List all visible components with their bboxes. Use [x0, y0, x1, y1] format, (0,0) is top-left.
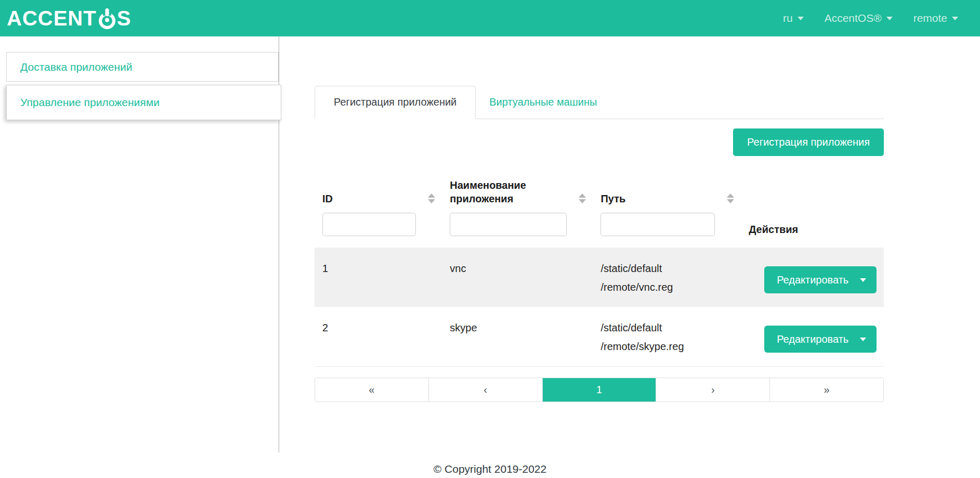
column-header-actions: Действия [741, 156, 884, 248]
cell-app-name: vnc [442, 248, 593, 307]
brand-logo-text-suffix: S [117, 7, 132, 30]
cell-actions: Редактировать [741, 307, 884, 367]
chevron-down-icon [860, 338, 866, 341]
column-header-id: ID [315, 156, 442, 248]
user-dropdown-label: remote [913, 12, 947, 24]
column-header-app-name: Наименование приложения [442, 156, 593, 248]
product-dropdown[interactable]: AccentOS® [825, 12, 893, 24]
sort-desc-icon [579, 199, 586, 203]
chevron-down-icon [952, 17, 958, 20]
top-menus: ru AccentOS® remote [783, 12, 958, 24]
copyright-footer: © Copyright 2019-2022 [0, 463, 980, 475]
brand-logo-text-prefix: ACCENT [7, 7, 97, 30]
app-name-filter-input[interactable] [450, 213, 567, 236]
column-header-path: Путь [593, 156, 741, 248]
edit-dropdown-button[interactable]: Редактировать [764, 326, 877, 353]
pagination: « ‹ 1 › » [315, 378, 884, 402]
main-content: Регистрация приложений Виртуальные машин… [315, 86, 884, 402]
cell-path: /static/default /remote/vnc.reg [593, 248, 741, 307]
column-header-app-name-label: Наименование приложения [450, 178, 572, 205]
cell-app-name: skype [442, 307, 593, 367]
chevron-down-icon [798, 17, 804, 20]
product-dropdown-label: AccentOS® [825, 12, 882, 24]
language-dropdown[interactable]: ru [783, 12, 804, 24]
cell-actions: Редактировать [741, 248, 884, 307]
cell-id: 2 [315, 307, 442, 367]
path-line: /static/default [600, 262, 733, 275]
column-header-path-label: Путь [600, 192, 720, 205]
sort-toggle-icon[interactable] [727, 193, 734, 203]
pagination-page-1-button[interactable]: 1 [542, 378, 656, 402]
sidebar-item-app-management[interactable]: Управление приложениями [6, 85, 281, 120]
sort-asc-icon [727, 193, 734, 198]
chevron-down-icon [886, 17, 893, 20]
table-row: 1 vnc /static/default /remote/vnc.reg Ре… [315, 248, 884, 307]
table-row: 2 skype /static/default /remote/skype.re… [315, 307, 884, 367]
power-icon [98, 8, 116, 30]
user-dropdown[interactable]: remote [913, 12, 958, 24]
tab-app-registration[interactable]: Регистрация приложений [315, 86, 476, 119]
sidebar-item-label: Управление приложениями [20, 96, 160, 109]
column-header-actions-label: Действия [749, 223, 863, 236]
cell-id: 1 [315, 248, 442, 307]
applications-table: ID Наименование приложения [315, 156, 884, 367]
column-header-id-label: ID [322, 192, 421, 205]
pagination-prev-button[interactable]: ‹ [428, 378, 542, 402]
sort-asc-icon [428, 193, 435, 198]
pagination-next-button[interactable]: › [656, 378, 769, 402]
path-line: /remote/vnc.reg [600, 280, 733, 294]
table-toolbar: Регистрация приложения [315, 128, 884, 156]
sort-toggle-icon[interactable] [579, 193, 586, 203]
tab-virtual-machines[interactable]: Виртуальные машины [476, 86, 610, 119]
language-dropdown-label: ru [783, 12, 793, 24]
sort-desc-icon [428, 199, 435, 203]
register-application-button[interactable]: Регистрация приложения [733, 128, 884, 156]
cell-path: /static/default /remote/skype.reg [593, 307, 741, 367]
chevron-down-icon [860, 278, 866, 282]
tab-bar: Регистрация приложений Виртуальные машин… [315, 86, 884, 119]
sort-toggle-icon[interactable] [428, 193, 435, 203]
path-filter-input[interactable] [600, 213, 715, 236]
id-filter-input[interactable] [322, 213, 416, 236]
sort-asc-icon [579, 193, 586, 198]
pagination-last-button[interactable]: » [769, 378, 883, 402]
path-line: /static/default [600, 321, 733, 334]
path-line: /remote/skype.reg [600, 340, 733, 353]
edit-dropdown-button[interactable]: Редактировать [764, 266, 877, 293]
sort-desc-icon [727, 199, 734, 203]
table-header-row: ID Наименование приложения [315, 156, 884, 248]
sidebar-item-app-delivery[interactable]: Доставка приложений [6, 52, 279, 82]
edit-button-label: Редактировать [777, 333, 848, 345]
brand-logo[interactable]: ACCENT S [7, 7, 131, 30]
pagination-first-button[interactable]: « [315, 378, 428, 402]
sidebar-item-label: Доставка приложений [20, 61, 133, 73]
edit-button-label: Редактировать [777, 274, 848, 286]
top-navbar: ACCENT S ru AccentOS® remote [0, 0, 980, 36]
